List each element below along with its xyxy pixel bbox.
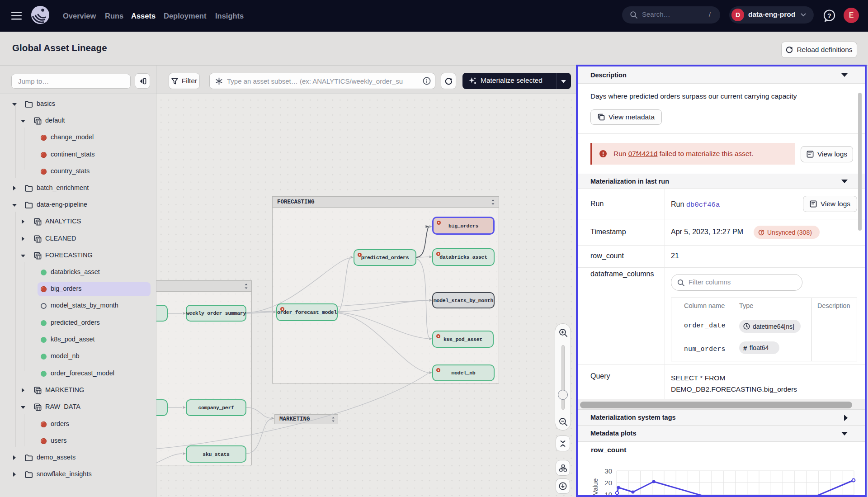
- svg-text:10: 10: [604, 491, 612, 495]
- svg-text:Value: Value: [591, 478, 599, 495]
- svg-text:20: 20: [604, 479, 612, 487]
- svg-text:30: 30: [604, 467, 612, 475]
- svg-text:?: ?: [827, 12, 831, 19]
